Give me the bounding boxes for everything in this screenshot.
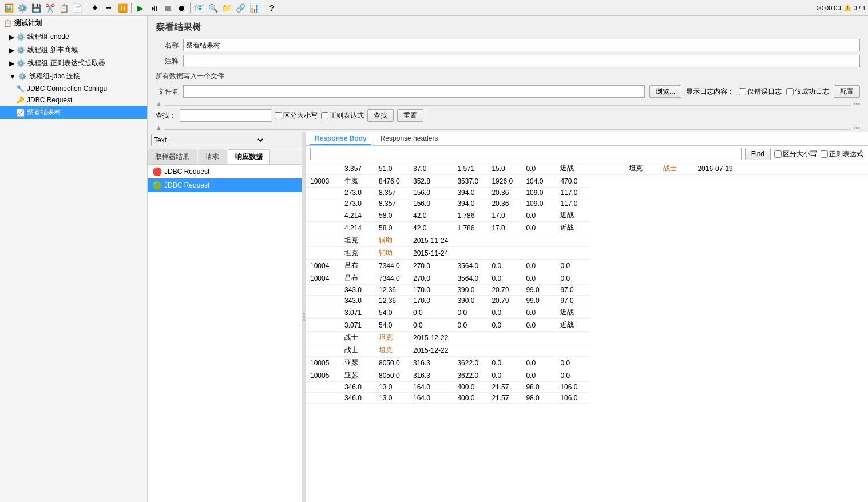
gear-icon-xinfeng: ⚙️ bbox=[17, 46, 25, 54]
data-table: 3.35751.037.01.57115.00.0近战坦克战士2016-07-1… bbox=[306, 162, 868, 404]
table-cell-18-6: 0.0 bbox=[521, 357, 556, 369]
table-cell-18-5: 0.0 bbox=[487, 357, 521, 369]
success-log-checkbox-label[interactable]: 仅成功日志 bbox=[786, 87, 829, 97]
toolbar-btn-3[interactable]: ✂️ bbox=[43, 2, 56, 14]
table-cell-14-6: 0.0 bbox=[521, 272, 556, 285]
table-cell-12-4: 1.786 bbox=[453, 209, 487, 222]
log-display-label: 显示日志内容： bbox=[686, 87, 734, 97]
find-button[interactable]: 查找 bbox=[367, 109, 394, 122]
find-input[interactable] bbox=[310, 148, 742, 160]
toolbar-btn-link[interactable]: 🔗 bbox=[234, 2, 247, 14]
table-cell-15-5: 20.79 bbox=[487, 296, 521, 306]
data-panel: Response Body Response headers Find 区分大小… bbox=[306, 132, 868, 502]
toolbar-btn-5[interactable]: 📄 bbox=[71, 2, 84, 14]
tab-request[interactable]: 请求 bbox=[198, 149, 227, 164]
table-cell-18-3: 316.3 bbox=[409, 357, 453, 369]
name-label: 名称 bbox=[156, 41, 179, 50]
toolbar-btn-2[interactable]: 💾 bbox=[30, 2, 42, 14]
reset-button[interactable]: 重置 bbox=[397, 109, 423, 122]
table-cell-10-1: 牛魔 bbox=[340, 175, 374, 188]
search-label: 查找： bbox=[156, 111, 176, 121]
toolbar-btn-4[interactable]: 📋 bbox=[57, 2, 70, 14]
search-input[interactable] bbox=[180, 109, 271, 122]
table-cell-11-2: 8.357 bbox=[374, 198, 409, 209]
table-cell-12-2: 58.0 bbox=[374, 209, 409, 222]
table-cell-13-6 bbox=[521, 247, 556, 260]
table-cell-19-3: 164.0 bbox=[409, 382, 453, 393]
tree-item-jdbc-error[interactable]: 🔴 JDBC Request bbox=[148, 165, 302, 178]
comment-input[interactable] bbox=[183, 55, 860, 67]
toolbar-separator-2 bbox=[131, 3, 132, 13]
test-plan-icon: 📋 bbox=[3, 19, 12, 27]
table-cell-11-0 bbox=[306, 198, 340, 209]
table-cell-18-2: 8050.0 bbox=[374, 369, 409, 382]
toolbar-btn-pause[interactable]: ⏸️ bbox=[116, 2, 129, 14]
success-log-checkbox[interactable] bbox=[786, 88, 794, 95]
find-regex-label[interactable]: 正则表达式 bbox=[821, 149, 863, 159]
toolbar-btn-add[interactable]: + bbox=[89, 2, 101, 14]
find-case-label[interactable]: 区分大小写 bbox=[774, 149, 817, 159]
regex-checkbox[interactable] bbox=[321, 112, 328, 119]
table-cell-17-3: 2015-12-22 bbox=[409, 344, 453, 357]
tab-response-data[interactable]: 响应数据 bbox=[228, 149, 270, 164]
toolbar-btn-file[interactable]: 📁 bbox=[220, 2, 233, 14]
success-log-label: 仅成功日志 bbox=[795, 87, 829, 97]
browse-button[interactable]: 浏览... bbox=[649, 85, 681, 98]
sidebar-item-jdbc[interactable]: ▼ ⚙️ 线程组-jdbc 连接 bbox=[0, 70, 147, 83]
tree-item-jdbc-success[interactable]: 🟢 JDBC Request bbox=[148, 178, 302, 192]
sidebar-item-result-tree[interactable]: 📈 察看结果树 bbox=[0, 106, 147, 119]
table-cell-14-1: 吕布 bbox=[340, 260, 374, 272]
config-button[interactable]: 配置 bbox=[834, 85, 860, 98]
toolbar-btn-1[interactable]: ⚙️ bbox=[16, 2, 29, 14]
find-btn[interactable]: Find bbox=[745, 148, 771, 160]
error-log-checkbox-label[interactable]: 仅错误日志 bbox=[739, 87, 782, 97]
toolbar-btn-chart[interactable]: 📊 bbox=[248, 2, 260, 14]
case-checkbox[interactable] bbox=[275, 112, 282, 119]
toolbar-btn-stop2[interactable]: ⏺ bbox=[175, 2, 188, 14]
sub-tab-response-body[interactable]: Response Body bbox=[310, 133, 371, 145]
error-status-icon: 🔴 bbox=[152, 167, 162, 176]
table-cell-0-4: 1.571 bbox=[453, 162, 487, 175]
toolbar-btn-play[interactable]: ▶ bbox=[134, 2, 146, 14]
error-log-checkbox[interactable] bbox=[739, 88, 746, 95]
config-icon: 🔧 bbox=[16, 85, 25, 93]
regex-checkbox-label[interactable]: 正则表达式 bbox=[321, 111, 364, 121]
toolbar-btn-help[interactable]: ? bbox=[265, 2, 278, 14]
table-cell-19-2: 13.0 bbox=[374, 382, 409, 393]
sidebar-item-jdbc-request[interactable]: 🔑 JDBC Request bbox=[0, 94, 147, 106]
gear-icon-jdbc: ⚙️ bbox=[18, 73, 27, 81]
case-checkbox-label[interactable]: 区分大小写 bbox=[275, 111, 318, 121]
toolbar-btn-play2[interactable]: ⏯ bbox=[148, 2, 160, 14]
table-cell-17-3: 2015-12-22 bbox=[409, 332, 453, 344]
format-dropdown[interactable]: Text RegExp JSON Path XPath bbox=[151, 134, 265, 146]
sidebar-label-result-tree: 察看结果树 bbox=[27, 107, 61, 117]
table-cell-16-3: 0.0 bbox=[409, 306, 453, 319]
find-regex-checkbox[interactable] bbox=[821, 150, 828, 158]
toolbar-btn-mail[interactable]: 📧 bbox=[193, 2, 205, 14]
name-input[interactable] bbox=[183, 39, 860, 51]
sidebar-item-jdbc-config[interactable]: 🔧 JDBC Connection Configu bbox=[0, 83, 147, 94]
toolbar: 🖼️ ⚙️ 💾 ✂️ 📋 📄 + − ⏸️ ▶ ⏯ ⏹ ⏺ 📧 🔍 📁 🔗 📊 … bbox=[0, 0, 868, 16]
sidebar-item-regex[interactable]: ▶ ⚙️ 线程组-正则表达式提取器 bbox=[0, 57, 147, 70]
table-cell-17-6 bbox=[521, 332, 556, 344]
table-cell-16-0 bbox=[306, 306, 340, 319]
toolbar-btn-minus[interactable]: − bbox=[102, 2, 115, 14]
table-cell-1-2: 战士 bbox=[659, 162, 693, 175]
table-cell-14-1: 吕布 bbox=[340, 272, 374, 285]
table-cell-14-3: 270.0 bbox=[409, 260, 453, 272]
sidebar-item-xinfeng[interactable]: ▶ ⚙️ 线程组-新丰商城 bbox=[0, 43, 147, 57]
main-container: 📋 测试计划 ▶ ⚙️ 线程组-cnode ▶ ⚙️ 线程组-新丰商城 ▶ ⚙️… bbox=[0, 16, 868, 502]
gear-icon-cnode: ⚙️ bbox=[17, 33, 25, 41]
tab-sampler-result[interactable]: 取样器结果 bbox=[148, 149, 197, 164]
toolbar-btn-0[interactable]: 🖼️ bbox=[2, 2, 15, 14]
table-cell-18-3: 316.3 bbox=[409, 369, 453, 382]
toolbar-btn-search[interactable]: 🔍 bbox=[207, 2, 219, 14]
toolbar-btn-stop[interactable]: ⏹ bbox=[161, 2, 174, 14]
sidebar-item-test-plan[interactable]: 📋 测试计划 bbox=[0, 16, 147, 30]
sidebar-item-cnode[interactable]: ▶ ⚙️ 线程组-cnode bbox=[0, 30, 147, 43]
error-log-label: 仅错误日志 bbox=[747, 87, 782, 97]
sub-tab-response-headers[interactable]: Response headers bbox=[376, 133, 443, 145]
filename-input[interactable] bbox=[183, 85, 645, 98]
table-cell-12-0 bbox=[306, 209, 340, 222]
find-case-checkbox[interactable] bbox=[774, 150, 782, 158]
